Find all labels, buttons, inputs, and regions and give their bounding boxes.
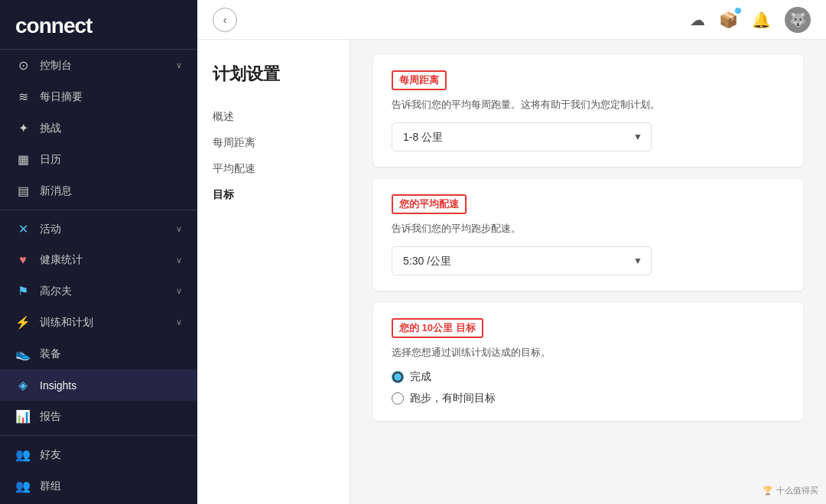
sidebar-item-label: 日历	[40, 153, 61, 167]
watermark: 🏆 十么值得买	[763, 485, 818, 496]
training-icon: ⚡	[15, 315, 31, 330]
sidebar-item-label: 好友	[40, 448, 61, 462]
topbar: ‹ ☁ 📦 🔔 🐺	[197, 0, 826, 40]
sidebar-item-label: 控制台	[40, 59, 72, 73]
plan-nav-goal[interactable]: 目标	[213, 182, 334, 208]
message-icon: ▤	[15, 184, 31, 198]
back-icon: ‹	[223, 14, 227, 26]
sidebar-item-friends[interactable]: 👥 好友	[0, 439, 197, 470]
sidebar-item-label: 训练和计划	[40, 316, 93, 330]
avg-pace-select-wrapper: 4:00 /公里 4:30 /公里 5:00 /公里 5:30 /公里 6:00…	[392, 246, 652, 275]
chevron-icon: ∨	[176, 60, 182, 70]
gear-shoe-icon: 👟	[15, 346, 31, 361]
upload-icon[interactable]: ☁	[690, 11, 705, 29]
sidebar-item-label: 活动	[40, 223, 61, 236]
inbox-icon[interactable]: 📦	[719, 11, 738, 29]
groups-icon: 👥	[15, 479, 31, 493]
sidebar-item-label: 健康统计	[40, 253, 83, 267]
weekly-distance-label: 每周距离	[392, 70, 447, 90]
sidebar-item-challenges[interactable]: ✦ 挑战	[0, 112, 197, 144]
main-area: ‹ ☁ 📦 🔔 🐺 计划设置 概述 每周距离 平均配速 目标 每周距离	[197, 0, 826, 504]
activity-icon: ✕	[15, 222, 31, 236]
inbox-badge	[735, 8, 741, 14]
sidebar-item-gear[interactable]: 👟 装备	[0, 338, 197, 369]
avg-pace-label: 您的平均配速	[392, 194, 467, 214]
avg-pace-select[interactable]: 4:00 /公里 4:30 /公里 5:00 /公里 5:30 /公里 6:00…	[392, 246, 652, 275]
weekly-distance-desc: 告诉我们您的平均每周跑量。这将有助于我们为您定制计划。	[392, 98, 785, 112]
watermark-text: 十么值得买	[776, 485, 818, 496]
goal-radio-complete[interactable]: 完成	[392, 370, 785, 384]
goal-radio-time-input[interactable]	[392, 392, 404, 405]
reports-icon: 📊	[15, 409, 31, 424]
sidebar-item-label: 每日摘要	[40, 90, 83, 104]
layers-icon: ≋	[15, 89, 31, 104]
goal-radio-complete-input[interactable]	[392, 371, 404, 383]
sidebar-item-label: 高尔夫	[40, 285, 72, 298]
plan-nav-weekly-distance[interactable]: 每周距离	[213, 130, 334, 156]
sidebar-item-daily-summary[interactable]: ≋ 每日摘要	[0, 81, 197, 112]
goal-card: 您的 10公里 目标 选择您想通过训练计划达成的目标。 完成 跑步，有时间目标	[373, 303, 803, 421]
avg-pace-card: 您的平均配速 告诉我们您的平均跑步配速。 4:00 /公里 4:30 /公里 5…	[373, 179, 803, 291]
sidebar-item-label: Insights	[40, 379, 76, 392]
goal-radio-time-label: 跑步，有时间目标	[410, 392, 496, 405]
plan-nav-overview[interactable]: 概述	[213, 104, 334, 130]
chevron-icon: ∨	[176, 255, 182, 265]
avg-pace-desc: 告诉我们您的平均跑步配速。	[392, 222, 785, 236]
sidebar-item-label: 挑战	[40, 122, 61, 135]
sidebar-item-label: 报告	[40, 410, 61, 424]
heart-icon: ♥	[15, 253, 31, 267]
sidebar-item-calendar[interactable]: ▦ 日历	[0, 144, 197, 175]
sidebar-item-label: 新消息	[40, 184, 72, 198]
topbar-icons: ☁ 📦 🔔 🐺	[690, 7, 811, 33]
back-button[interactable]: ‹	[213, 8, 237, 32]
calendar-icon: ▦	[15, 152, 31, 167]
app-logo: connect	[0, 0, 197, 49]
weekly-distance-select[interactable]: 1-8 公里 8-16 公里 16-32 公里 32+ 公里	[392, 122, 652, 151]
sidebar-item-golf[interactable]: ⚑ 高尔夫 ∨	[0, 275, 197, 307]
plan-content: 每周距离 告诉我们您的平均每周跑量。这将有助于我们为您定制计划。 1-8 公里 …	[350, 40, 826, 504]
sidebar-item-reports[interactable]: 📊 报告	[0, 401, 197, 432]
goal-radio-complete-label: 完成	[410, 370, 431, 384]
bell-icon[interactable]: 🔔	[752, 11, 771, 29]
dashboard-icon: ⊙	[15, 58, 31, 73]
goal-radio-time[interactable]: 跑步，有时间目标	[392, 392, 785, 405]
star-icon: ✦	[15, 121, 31, 135]
sidebar-item-label: 装备	[40, 347, 61, 361]
goal-radio-group: 完成 跑步，有时间目标	[392, 370, 785, 405]
chevron-icon: ∨	[176, 286, 182, 296]
sidebar-item-label: 群组	[40, 480, 61, 493]
avatar[interactable]: 🐺	[785, 7, 811, 33]
golf-icon: ⚑	[15, 284, 31, 298]
sidebar-item-activities[interactable]: ✕ 活动 ∨	[0, 213, 197, 245]
plan-nav: 计划设置 概述 每周距离 平均配速 目标	[197, 40, 350, 504]
sidebar-item-health[interactable]: ♥ 健康统计 ∨	[0, 245, 197, 275]
sidebar-item-messages[interactable]: ▤ 新消息	[0, 175, 197, 206]
chevron-icon: ∨	[176, 317, 182, 327]
goal-desc: 选择您想通过训练计划达成的目标。	[392, 346, 785, 359]
sidebar-item-insights[interactable]: ◈ Insights	[0, 369, 197, 401]
weekly-distance-card: 每周距离 告诉我们您的平均每周跑量。这将有助于我们为您定制计划。 1-8 公里 …	[373, 55, 803, 167]
goal-label: 您的 10公里 目标	[392, 318, 483, 338]
sidebar-item-groups[interactable]: 👥 群组	[0, 470, 197, 502]
sidebar-item-dashboard[interactable]: ⊙ 控制台 ∨	[0, 50, 197, 81]
plan-title: 计划设置	[213, 63, 334, 86]
friends-icon: 👥	[15, 447, 31, 462]
sidebar: connect ⊙ 控制台 ∨ ≋ 每日摘要 ✦ 挑战 ▦ 日历 ▤ 新消息 ✕…	[0, 0, 197, 504]
weekly-distance-select-wrapper: 1-8 公里 8-16 公里 16-32 公里 32+ 公里 ▼	[392, 122, 652, 151]
plan-nav-avg-pace[interactable]: 平均配速	[213, 156, 334, 182]
content-area: 计划设置 概述 每周距离 平均配速 目标 每周距离 告诉我们您的平均每周跑量。这…	[197, 40, 826, 504]
chevron-icon: ∨	[176, 224, 182, 234]
watermark-icon: 🏆	[763, 486, 773, 496]
sidebar-item-training[interactable]: ⚡ 训练和计划 ∨	[0, 307, 197, 338]
insights-icon: ◈	[15, 378, 31, 392]
